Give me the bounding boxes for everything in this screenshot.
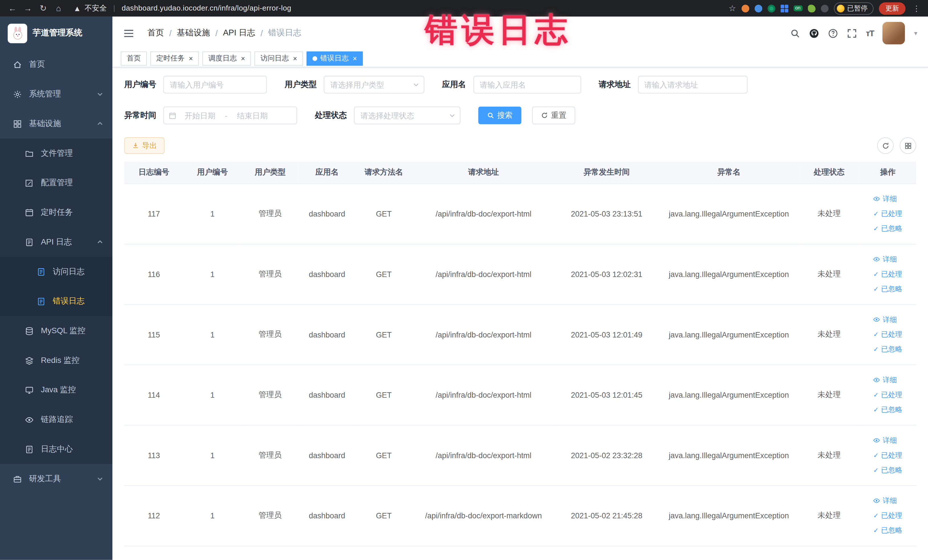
sidebar-item-file-manage[interactable]: 文件管理 bbox=[0, 138, 112, 168]
sidebar-item-tracing[interactable]: 链路追踪 bbox=[0, 405, 112, 435]
extension-orange-icon[interactable] bbox=[742, 5, 749, 12]
column-header[interactable]: 应用名 bbox=[299, 162, 355, 183]
extension-blue-drop-icon[interactable] bbox=[754, 5, 762, 12]
date-range-picker[interactable]: - bbox=[163, 107, 297, 124]
hamburger-icon[interactable] bbox=[123, 27, 134, 38]
sidebar-item-java-monitor[interactable]: Java 监控 bbox=[0, 375, 112, 405]
tab-scheduled-jobs[interactable]: 定时任务 × bbox=[150, 51, 199, 65]
update-button[interactable]: 更新 bbox=[879, 2, 905, 15]
mark-processed-link[interactable]: ✓ 已处理 bbox=[873, 508, 902, 523]
sidebar-item-label: 链路追踪 bbox=[41, 414, 73, 425]
address-divider: | bbox=[110, 4, 118, 12]
tab-home[interactable]: 首页 bbox=[121, 51, 147, 65]
mark-ignored-link[interactable]: ✓ 已忽略 bbox=[873, 221, 902, 236]
fullscreen-icon[interactable] bbox=[847, 28, 857, 38]
extension-grid-icon[interactable] bbox=[780, 5, 788, 12]
extension-leaf-icon[interactable] bbox=[807, 5, 815, 12]
sidebar-item-redis-monitor[interactable]: Redis 监控 bbox=[0, 346, 112, 375]
avatar-caret-icon[interactable]: ▾ bbox=[914, 29, 917, 37]
mark-processed-link[interactable]: ✓ 已处理 bbox=[873, 327, 902, 342]
sidebar-item-log-center[interactable]: 日志中心 bbox=[0, 435, 112, 464]
start-date-input[interactable] bbox=[179, 111, 221, 120]
app-name-input[interactable] bbox=[473, 76, 581, 93]
end-date-input[interactable] bbox=[231, 111, 273, 120]
column-header[interactable]: 请求方法名 bbox=[355, 162, 412, 183]
sidebar-item-error-log[interactable]: 错误日志 bbox=[0, 287, 112, 316]
check-icon: ✓ bbox=[873, 271, 879, 277]
tab-schedule-log[interactable]: 调度日志 × bbox=[203, 51, 251, 65]
close-icon[interactable]: × bbox=[293, 54, 297, 63]
column-header[interactable]: 日志编号 bbox=[124, 162, 183, 183]
sidebar-item-mysql-monitor[interactable]: MySQL 监控 bbox=[0, 316, 112, 346]
avatar[interactable] bbox=[883, 22, 905, 44]
detail-link[interactable]: 详细 bbox=[873, 252, 902, 267]
cell-user-id: 1 bbox=[183, 183, 241, 244]
close-icon[interactable]: × bbox=[189, 54, 193, 63]
mark-ignored-link[interactable]: ✓ 已忽略 bbox=[873, 402, 902, 417]
search-icon[interactable] bbox=[790, 28, 800, 38]
help-icon[interactable] bbox=[828, 28, 838, 38]
tab-access-log[interactable]: 访问日志 × bbox=[255, 51, 303, 65]
home-icon[interactable]: ⌂ bbox=[52, 3, 65, 13]
extension-on-badge[interactable]: on bbox=[793, 5, 802, 11]
reset-button[interactable]: 重置 bbox=[532, 107, 575, 124]
detail-link[interactable]: 详细 bbox=[873, 433, 902, 448]
address-bar[interactable]: ▲ 不安全 | dashboard.yudao.iocoder.cn/infra… bbox=[73, 3, 726, 13]
user-type-select[interactable] bbox=[324, 76, 424, 93]
sidebar-item-infra[interactable]: 基础设施 bbox=[0, 109, 112, 139]
sidebar-item-home[interactable]: 首页 bbox=[0, 50, 112, 79]
mark-ignored-link[interactable]: ✓ 已忽略 bbox=[873, 281, 902, 296]
mark-ignored-link[interactable]: ✓ 已忽略 bbox=[873, 462, 902, 477]
detail-link[interactable]: 详细 bbox=[873, 191, 902, 206]
column-header[interactable]: 异常名 bbox=[659, 162, 799, 183]
column-header[interactable]: 用户编号 bbox=[183, 162, 241, 183]
column-header[interactable]: 操作 bbox=[859, 162, 916, 183]
browser-menu-icon[interactable]: ⋮ bbox=[911, 4, 922, 12]
cell-process-status: 未处理 bbox=[799, 304, 859, 365]
breadcrumb-infra[interactable]: 基础设施 bbox=[177, 28, 210, 38]
reload-icon[interactable]: ↻ bbox=[37, 3, 50, 13]
sidebar-item-system[interactable]: 系统管理 bbox=[0, 79, 112, 109]
forward-icon[interactable]: → bbox=[21, 3, 35, 13]
cell-app-name: dashboard bbox=[299, 183, 355, 244]
column-settings-button[interactable] bbox=[899, 137, 916, 154]
mark-processed-link[interactable]: ✓ 已处理 bbox=[873, 448, 902, 462]
sidebar-item-dev-tools[interactable]: 研发工具 bbox=[0, 464, 112, 494]
url-text[interactable]: dashboard.yudao.iocoder.cn/infra/log/api… bbox=[122, 4, 292, 12]
sidebar-item-scheduled-jobs[interactable]: 定时任务 bbox=[0, 198, 112, 227]
sidebar-item-config-manage[interactable]: 配置管理 bbox=[0, 168, 112, 198]
refresh-table-button[interactable] bbox=[877, 137, 894, 154]
mark-processed-link[interactable]: ✓ 已处理 bbox=[873, 206, 902, 221]
security-warning-icon[interactable]: ▲ bbox=[73, 4, 81, 12]
search-button[interactable]: 搜索 bbox=[478, 107, 521, 124]
paused-button[interactable]: 已暂停 bbox=[833, 2, 873, 15]
mark-processed-link[interactable]: ✓ 已处理 bbox=[873, 388, 902, 402]
column-header[interactable]: 异常发生时间 bbox=[554, 162, 659, 183]
tab-error-log[interactable]: 错误日志 × bbox=[307, 51, 363, 65]
detail-link[interactable]: 详细 bbox=[873, 312, 902, 327]
sidebar-item-api-logs[interactable]: API 日志 bbox=[0, 227, 112, 257]
back-icon[interactable]: ← bbox=[6, 3, 19, 13]
column-header[interactable]: 请求地址 bbox=[412, 162, 554, 183]
extension-green-circle-icon[interactable] bbox=[768, 5, 775, 12]
breadcrumb-api-log[interactable]: API 日志 bbox=[223, 28, 255, 38]
detail-link[interactable]: 详细 bbox=[873, 493, 902, 508]
extension-paw-icon[interactable] bbox=[820, 5, 828, 12]
bookmark-star-icon[interactable]: ☆ bbox=[729, 3, 736, 13]
close-icon[interactable]: × bbox=[241, 54, 245, 63]
close-icon[interactable]: × bbox=[353, 54, 357, 63]
column-header[interactable]: 用户类型 bbox=[241, 162, 299, 183]
process-status-select[interactable] bbox=[354, 107, 461, 124]
mark-processed-link[interactable]: ✓ 已处理 bbox=[873, 267, 902, 282]
detail-link[interactable]: 详细 bbox=[873, 372, 902, 388]
sidebar-item-access-log[interactable]: 访问日志 bbox=[0, 257, 112, 287]
user-id-input[interactable] bbox=[163, 76, 267, 93]
column-header[interactable]: 处理状态 bbox=[799, 162, 859, 183]
github-icon[interactable] bbox=[809, 28, 819, 38]
mark-ignored-link[interactable]: ✓ 已忽略 bbox=[873, 523, 902, 538]
mark-ignored-link[interactable]: ✓ 已忽略 bbox=[873, 342, 902, 357]
request-url-input[interactable] bbox=[638, 76, 747, 93]
font-size-icon[interactable]: тT bbox=[866, 29, 874, 38]
export-button[interactable]: 导出 bbox=[124, 137, 165, 154]
breadcrumb-home[interactable]: 首页 bbox=[148, 28, 164, 38]
